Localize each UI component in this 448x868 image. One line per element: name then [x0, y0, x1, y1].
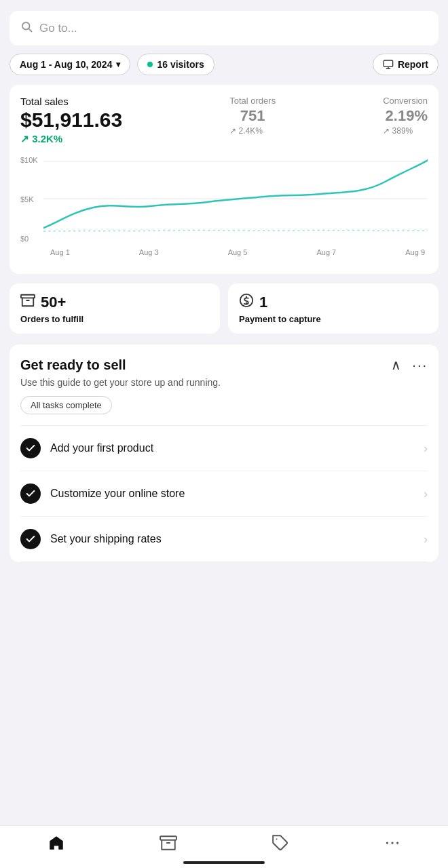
- orders-fulfill-label: Orders to fulfill: [20, 314, 209, 324]
- svg-rect-8: [21, 295, 35, 298]
- action-cards-row: 50+ Orders to fulfill 1 Payment to captu…: [0, 283, 448, 344]
- y-label-5k: $5K: [20, 195, 38, 203]
- chevron-right-icon-store: ›: [424, 487, 428, 501]
- x-label-aug9: Aug 9: [405, 248, 425, 256]
- check-circle-product: [20, 438, 41, 458]
- nav-item-products[interactable]: [224, 834, 336, 852]
- date-range-label: Aug 1 - Aug 10, 2024: [20, 59, 112, 70]
- checklist-label-shipping: Set your shipping rates: [50, 533, 162, 545]
- orders-icon: [160, 834, 177, 852]
- check-circle-shipping: [20, 529, 41, 549]
- get-ready-subtitle: Use this guide to get your store up and …: [20, 377, 428, 388]
- inbox-icon: [20, 293, 35, 311]
- check-circle-store: [20, 484, 41, 504]
- nav-item-home[interactable]: [0, 834, 112, 852]
- conversion-label: Conversion: [383, 96, 428, 106]
- x-label-aug5: Aug 5: [228, 248, 248, 256]
- checklist: Add your first product › Customize your …: [20, 425, 428, 562]
- collapse-icon[interactable]: ∧: [391, 357, 401, 373]
- chevron-right-icon-product: ›: [424, 441, 428, 456]
- svg-point-16: [391, 842, 393, 844]
- search-bar[interactable]: Go to...: [10, 11, 438, 45]
- total-orders-change: ↗ 2.4K%: [229, 126, 276, 136]
- stats-card: Total sales $51,911.63 ↗ 3.2K% Total ord…: [10, 85, 438, 274]
- visitors-label: 16 visitors: [157, 59, 204, 70]
- payment-capture-label: Payment to capture: [239, 314, 428, 324]
- svg-line-1: [29, 28, 31, 31]
- date-picker-button[interactable]: Aug 1 - Aug 10, 2024 ▾: [10, 54, 130, 75]
- get-ready-actions: ∧ ···: [391, 357, 428, 373]
- checklist-item-store[interactable]: Customize your online store ›: [20, 471, 428, 517]
- svg-point-17: [396, 842, 398, 844]
- visitors-button[interactable]: 16 visitors: [137, 54, 214, 75]
- chevron-right-icon-shipping: ›: [424, 532, 428, 547]
- report-label: Report: [398, 59, 428, 70]
- checklist-item-shipping[interactable]: Set your shipping rates ›: [20, 517, 428, 562]
- x-label-aug1: Aug 1: [50, 248, 70, 256]
- all-tasks-badge: All tasks complete: [20, 396, 112, 414]
- products-icon: [272, 834, 289, 852]
- x-label-aug3: Aug 3: [139, 248, 159, 256]
- total-sales-change: ↗ 3.2K%: [20, 133, 122, 145]
- conversion-change: ↗ 389%: [383, 126, 428, 136]
- total-sales-col: Total sales $51,911.63 ↗ 3.2K%: [20, 96, 122, 145]
- y-label-10k: $10K: [20, 156, 38, 164]
- svg-point-15: [386, 842, 388, 844]
- conversion-value: 2.19%: [383, 107, 428, 125]
- get-ready-section: Get ready to sell ∧ ··· Use this guide t…: [10, 344, 438, 562]
- chart-svg: [43, 155, 428, 243]
- total-orders-label: Total orders: [229, 96, 276, 106]
- search-placeholder: Go to...: [39, 22, 77, 35]
- checklist-label-product: Add your first product: [50, 442, 153, 454]
- payment-capture-count: 1: [259, 294, 267, 311]
- home-indicator: [183, 861, 265, 864]
- checklist-item-product[interactable]: Add your first product ›: [20, 426, 428, 471]
- filters-row: Aug 1 - Aug 10, 2024 ▾ 16 visitors Repor…: [0, 54, 448, 85]
- visitors-dot-icon: [147, 62, 153, 67]
- report-icon: [383, 59, 394, 70]
- nav-item-orders[interactable]: [112, 834, 224, 852]
- svg-rect-12: [160, 836, 176, 840]
- orders-fulfill-card[interactable]: 50+ Orders to fulfill: [10, 283, 220, 334]
- more-icon: [384, 834, 401, 852]
- conversion-col: Conversion 2.19% ↗ 389%: [383, 96, 428, 136]
- home-icon: [48, 834, 65, 852]
- total-orders-value: 751: [229, 107, 276, 125]
- nav-item-more[interactable]: [336, 834, 448, 852]
- chevron-down-icon: ▾: [116, 60, 120, 69]
- search-icon: [20, 20, 33, 36]
- payment-capture-card[interactable]: 1 Payment to capture: [228, 283, 438, 334]
- get-ready-title: Get ready to sell: [20, 357, 126, 373]
- total-orders-col: Total orders 751 ↗ 2.4K%: [229, 96, 276, 136]
- orders-fulfill-count: 50+: [41, 294, 66, 311]
- total-sales-label: Total sales: [20, 96, 122, 107]
- sales-chart: $10K $5K $0 Aug 1 Aug 3 Aug: [20, 155, 428, 263]
- x-label-aug7: Aug 7: [316, 248, 336, 256]
- checklist-label-store: Customize your online store: [50, 488, 185, 500]
- y-label-0: $0: [20, 235, 38, 243]
- more-options-icon[interactable]: ···: [412, 357, 428, 373]
- payment-icon: [239, 293, 254, 311]
- report-button[interactable]: Report: [373, 54, 438, 75]
- svg-rect-2: [384, 60, 392, 66]
- total-sales-value: $51,911.63: [20, 108, 122, 132]
